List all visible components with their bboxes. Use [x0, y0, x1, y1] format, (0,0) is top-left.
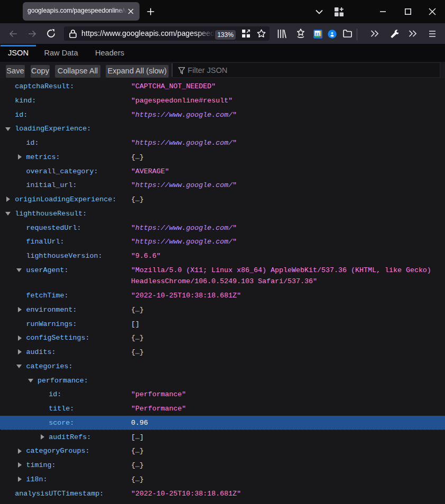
svg-text:31: 31 — [315, 32, 319, 36]
